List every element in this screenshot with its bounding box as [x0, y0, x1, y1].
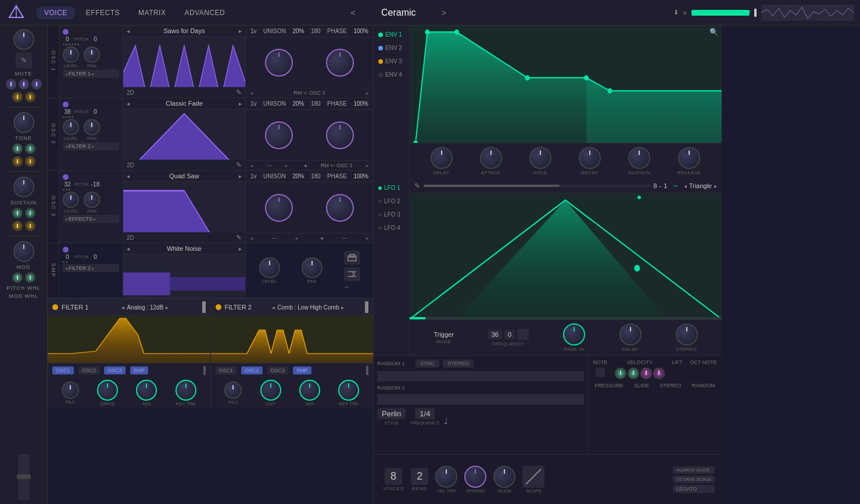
filter1-osc3[interactable]: OSC3 [104, 366, 126, 375]
lfo-shape-prev[interactable]: ◂ [684, 183, 687, 189]
pitch-slider[interactable] [18, 454, 30, 501]
mute-knob-3[interactable] [31, 79, 42, 89]
lfo-stereo-knob[interactable] [676, 323, 698, 345]
legato-btn[interactable]: LEGATO [673, 485, 715, 493]
smp-pitch-left[interactable]: 0 [63, 254, 72, 260]
filter2-mix-knob[interactable] [299, 380, 320, 401]
osc2-rm-prev[interactable]: ◂ [250, 163, 253, 168]
lfo-fadein-knob[interactable] [563, 323, 585, 345]
osc1-wave-prev[interactable]: ◂ [127, 28, 130, 34]
filter2-fil1-knob[interactable] [224, 381, 242, 399]
preset-next-btn[interactable]: > [438, 7, 450, 19]
env3-tab[interactable]: ENV 3 [374, 56, 409, 67]
mute-knob-5[interactable] [25, 92, 35, 102]
spread-knob[interactable] [464, 466, 486, 488]
lfo-shape-next[interactable]: ▸ [714, 183, 717, 189]
filter1-enable[interactable] [52, 304, 58, 310]
lfo2-tab[interactable]: LFO 2 [374, 196, 409, 207]
lfo-shape-icon[interactable]: ~ [673, 181, 678, 190]
mod-k2[interactable] [25, 272, 35, 283]
osc2-level-knob[interactable] [63, 119, 79, 135]
random1-bar[interactable] [377, 371, 584, 381]
lfo-freq-icon[interactable] [517, 329, 529, 340]
env1-tab[interactable]: ENV 1 [374, 29, 409, 40]
env4-tab[interactable]: ENV 4 [374, 69, 409, 80]
osc1-edit-icon[interactable]: ✎ [236, 88, 242, 96]
slope-display[interactable] [522, 466, 544, 488]
vel-k1[interactable] [615, 368, 626, 379]
main-knob-1[interactable] [13, 29, 34, 50]
filter2-resize-btn[interactable] [366, 366, 368, 375]
env-hold-knob[interactable] [529, 147, 551, 169]
filter2-osc1[interactable]: OSC1 [216, 366, 237, 375]
glide-knob[interactable] [493, 466, 515, 488]
lfo3-tab[interactable]: LFO 3 [374, 209, 409, 220]
osc2-pan-knob[interactable] [84, 119, 100, 135]
tone-k3[interactable] [12, 156, 23, 167]
osc3-rm-prev[interactable]: ◂ [250, 236, 253, 241]
smp-shuffle-icon[interactable] [344, 267, 360, 281]
smp-pan-knob[interactable] [302, 257, 322, 278]
osc2-filter-row[interactable]: ◂ FILTER 2 ▸ [63, 142, 119, 150]
env-sustain-knob[interactable] [628, 147, 650, 169]
osc1-filter-next[interactable]: ▸ [92, 71, 94, 77]
smp-filter-row[interactable]: ◂ FILTER 2 ▸ [63, 264, 119, 272]
osc1-pan-knob[interactable] [84, 46, 100, 63]
smp-pitch-right[interactable]: 0 [91, 254, 100, 260]
mute-knob-2[interactable] [19, 79, 29, 89]
osc3-level-knob[interactable] [63, 192, 79, 208]
filter1-drive-knob[interactable] [97, 380, 118, 401]
sust-k1[interactable] [12, 208, 23, 218]
filter2-cut-knob[interactable] [260, 380, 281, 401]
env-delay-knob[interactable] [431, 147, 453, 169]
smp-filter-next[interactable]: ▸ [92, 266, 94, 271]
osc2-wave-prev[interactable]: ◂ [127, 100, 130, 107]
osc2-edit-icon[interactable]: ✎ [236, 161, 242, 169]
smp-wave-prev[interactable]: ◂ [127, 246, 130, 252]
tab-matrix[interactable]: MATRIX [130, 6, 174, 19]
osc1-enable[interactable] [63, 29, 69, 35]
filter1-smp[interactable]: SMP [130, 366, 149, 375]
osc3-edit-icon[interactable]: ✎ [236, 233, 242, 242]
osc3-filter-row[interactable]: ◂ EFFECTS ▸ [63, 215, 119, 223]
osc2-pitch-left[interactable]: 38 [63, 109, 72, 115]
osc3-filter-prev[interactable]: ◂ [65, 217, 67, 222]
tab-effects[interactable]: EFFECTS [78, 6, 128, 19]
osc1-pitch-right[interactable]: 0 [91, 36, 100, 42]
env-decay-knob[interactable] [579, 147, 601, 169]
smp-filter-prev[interactable]: ◂ [65, 266, 67, 271]
lfo-rate-slider[interactable] [424, 185, 650, 187]
osc2-enable[interactable] [63, 102, 69, 107]
voices-val[interactable]: 8 [385, 468, 402, 485]
random2-bar[interactable] [377, 394, 584, 405]
osc3-wave-next[interactable]: ▸ [239, 173, 242, 179]
osc1-wave-next[interactable]: ▸ [239, 28, 242, 34]
filter1-keytrk-knob[interactable] [175, 380, 196, 401]
osc1-rm-next[interactable]: ▸ [366, 91, 368, 96]
osc1-phase-knob[interactable] [326, 49, 354, 77]
vel-k4[interactable] [653, 368, 665, 379]
lfo-delay-knob[interactable] [619, 323, 642, 345]
osc1-filter-row[interactable]: ◂ FILTER 1 ▸ [63, 70, 119, 78]
lfo-freq-v2[interactable]: 0 [504, 330, 515, 339]
osc3-uni-knob[interactable] [265, 194, 293, 222]
sust-k3[interactable] [12, 221, 23, 231]
filter1-fil2-knob[interactable] [62, 381, 79, 399]
random1-stereo-btn[interactable]: STEREO [443, 359, 474, 368]
vel-k3[interactable] [640, 368, 652, 379]
osc3-pan-knob[interactable] [84, 192, 100, 208]
filter1-osc2[interactable]: OSC2 [78, 366, 100, 375]
filter2-enable[interactable] [216, 304, 221, 310]
osc3-pitch-left[interactable]: 32 [63, 181, 72, 188]
osc3-filter-next[interactable]: ▸ [94, 217, 96, 222]
random1-sync-btn[interactable]: SYNC [415, 359, 439, 368]
pencil-icon[interactable]: ✎ [16, 52, 32, 69]
osc2-phase-knob[interactable] [326, 121, 354, 149]
tab-advanced[interactable]: ADVANCED [176, 6, 233, 19]
tone-k4[interactable] [25, 156, 35, 167]
always-glide-btn[interactable]: ALWAYS GLIDE [673, 466, 715, 474]
vel-k2[interactable] [628, 368, 639, 379]
tone-k1[interactable] [12, 143, 23, 154]
sust-k4[interactable] [25, 221, 35, 231]
filter1-next[interactable]: ▸ [166, 304, 169, 311]
